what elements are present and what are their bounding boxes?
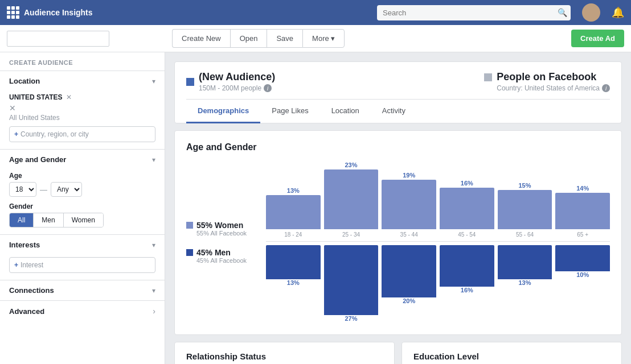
audience-name-input[interactable]	[7, 31, 109, 47]
chevron-down-icon-age: ▾	[152, 156, 155, 164]
top-navigation: Audience Insights 🔍 🔔	[0, 0, 631, 25]
search-container: 🔍	[377, 5, 571, 20]
men-pct-label: 20%	[403, 297, 415, 304]
women-bar	[555, 193, 610, 229]
gender-all-button[interactable]: All	[10, 213, 34, 227]
sidebar-location-header[interactable]: Location ▾	[0, 71, 165, 91]
legend-women: 55% Women 55% All Facebook	[186, 221, 255, 237]
gender-toggle: All Men Women	[9, 213, 104, 228]
sidebar-connections-header[interactable]: Connections ▾	[0, 280, 165, 300]
women-bar	[324, 169, 379, 229]
men-bar	[498, 245, 552, 279]
people-on-facebook-section: People on Facebook Country: United State…	[484, 71, 610, 92]
bar-group-men-65 +: 10%	[555, 245, 610, 279]
grey-square-icon	[484, 73, 492, 81]
tab-demographics[interactable]: Demographics	[186, 100, 260, 123]
men-sub: 45% All Facebook	[196, 257, 247, 264]
age-label: 55 - 64	[516, 231, 534, 238]
bar-group-men-18 - 24: 13%	[266, 245, 321, 287]
sidebar-section-age-gender: Age and Gender ▾ Age 18 — Any Gender All	[0, 149, 165, 234]
men-bar	[324, 245, 379, 315]
women-bar	[440, 188, 494, 229]
bar-group-women-25 - 34: 23% 25 - 34	[324, 162, 379, 238]
women-pct-label: 16%	[461, 180, 473, 187]
sidebar-section-advanced: Advanced ›	[0, 300, 165, 321]
create-ad-button[interactable]: Create Ad	[571, 30, 624, 47]
open-button[interactable]: Open	[230, 29, 267, 48]
women-bar	[498, 190, 552, 229]
search-icon-button[interactable]: 🔍	[558, 8, 567, 17]
men-legend-text: 45% Men 45% All Facebook	[196, 248, 247, 264]
men-pct-label: 13%	[519, 279, 531, 286]
tab-page-likes[interactable]: Page Likes	[260, 100, 319, 123]
add-interest-button[interactable]: + Interest	[9, 257, 155, 273]
audience-info: (New Audience) 150M - 200M people i	[199, 71, 275, 92]
gender-field-label: Gender	[9, 202, 155, 210]
save-button[interactable]: Save	[267, 29, 302, 48]
women-pct-label: 23%	[345, 162, 357, 168]
women-legend-icon	[186, 222, 193, 229]
men-bar	[440, 245, 494, 287]
app-title: Audience Insights	[24, 8, 93, 17]
toolbar: Create New Open Save More ▾ Create Ad	[0, 25, 631, 52]
sidebar-section-interests: Interests ▾ + Interest	[0, 234, 165, 280]
sidebar: CREATE AUDIENCE Location ▾ UNITED STATES…	[0, 52, 165, 364]
sidebar-age-gender-header[interactable]: Age and Gender ▾	[0, 150, 165, 169]
bar-group-men-35 - 44: 20%	[382, 245, 436, 305]
plus-icon-interest: +	[14, 261, 18, 269]
age-label: 35 - 44	[400, 231, 418, 238]
bar-group-women-65 +: 14% 65 +	[555, 185, 610, 238]
sidebar-interests-content: + Interest	[0, 255, 165, 280]
more-button[interactable]: More ▾	[302, 29, 345, 48]
avatar[interactable]	[582, 3, 600, 22]
relationship-status-card: Relationship Status	[174, 342, 395, 364]
toolbar-actions: Create New Open Save More ▾	[172, 29, 345, 48]
search-input[interactable]	[377, 5, 571, 20]
notification-bell-icon[interactable]: 🔔	[612, 6, 624, 19]
plus-icon: +	[14, 130, 18, 138]
sidebar-interests-header[interactable]: Interests ▾	[0, 235, 165, 255]
toolbar-left	[7, 31, 172, 47]
education-level-card: Education Level	[401, 342, 622, 364]
chevron-down-icon-interests: ▾	[152, 241, 155, 249]
bar-group-women-45 - 54: 16% 45 - 54	[440, 180, 494, 238]
women-legend-text: 55% Women 55% All Facebook	[196, 221, 247, 237]
info-icon: i	[264, 84, 272, 92]
country-label: UNITED STATES	[9, 93, 63, 101]
chart-title: Age and Gender	[186, 142, 610, 152]
gender-women-button[interactable]: Women	[64, 213, 103, 227]
add-location-button[interactable]: + Country, region, or city	[9, 126, 155, 142]
content-area: (New Audience) 150M - 200M people i Peop…	[165, 52, 631, 364]
men-bar	[266, 245, 321, 279]
tab-activity[interactable]: Activity	[371, 100, 417, 123]
divider-line	[266, 241, 610, 242]
audience-count: 150M - 200M people i	[199, 84, 275, 92]
gender-men-button[interactable]: Men	[34, 213, 63, 227]
age-dash: —	[40, 185, 47, 194]
sidebar-interests-title: Interests	[9, 241, 40, 249]
bar-chart: 13% 18 - 24 23% 25 - 34 19% 35 - 44 16% …	[266, 162, 610, 323]
age-to-select[interactable]: Any	[51, 182, 82, 197]
age-label: 18 - 24	[284, 231, 302, 238]
bottom-cards: Relationship Status Education Level	[174, 342, 622, 364]
age-from-select[interactable]: 18	[9, 182, 36, 197]
women-pct-label: 19%	[403, 172, 415, 179]
remove-country-icon[interactable]: ✕	[66, 93, 72, 101]
audience-header-card: (New Audience) 150M - 200M people i Peop…	[174, 61, 622, 123]
all-us-text: All United States	[9, 114, 155, 122]
bar-group-men-25 - 34: 27%	[324, 245, 379, 323]
audience-name: (New Audience)	[199, 71, 275, 83]
women-sub: 55% All Facebook	[196, 230, 247, 237]
women-pct-label: 15%	[519, 182, 531, 189]
legend-men: 45% Men 45% All Facebook	[186, 248, 255, 264]
new-audience-section: (New Audience) 150M - 200M people i	[186, 71, 275, 92]
location-x-icon[interactable]: ✕	[9, 104, 155, 113]
info-icon-fb: i	[602, 84, 610, 92]
sidebar-age-gender-content: Age 18 — Any Gender All Men Women	[0, 169, 165, 234]
sidebar-advanced-header[interactable]: Advanced ›	[0, 301, 165, 321]
bar-group-women-55 - 64: 15% 55 - 64	[498, 182, 552, 238]
create-new-button[interactable]: Create New	[172, 29, 230, 48]
men-bar	[555, 245, 610, 271]
tab-location[interactable]: Location	[320, 100, 371, 123]
age-gender-chart-card: Age and Gender 55% Women 55% All Faceboo…	[174, 130, 622, 335]
